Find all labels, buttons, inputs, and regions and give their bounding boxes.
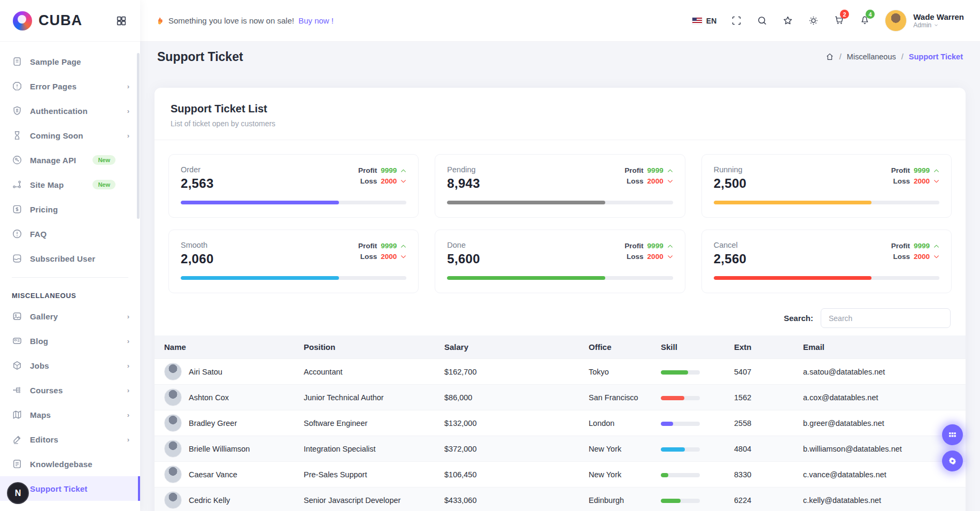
sidebar-item[interactable]: Sample Page: [0, 49, 140, 74]
star-icon[interactable]: [782, 15, 793, 26]
skill-progress-track: [661, 447, 700, 452]
sidebar-item[interactable]: Manage API New: [0, 148, 140, 172]
stat-progress-fill: [181, 201, 339, 204]
chevron-right-icon: ›: [127, 386, 129, 394]
arrow-up-icon: [933, 169, 939, 173]
ic-hourglass-icon: [12, 130, 22, 141]
sidebar-nav: Sample Page Error Pages › Authentication…: [0, 42, 140, 501]
sidebar-item[interactable]: Site Map New: [0, 172, 140, 197]
maximize-icon[interactable]: [731, 15, 742, 26]
cell-salary: $132,000: [435, 419, 579, 428]
buy-now-link[interactable]: Buy now !: [298, 16, 334, 25]
profit-label: Profit: [891, 165, 910, 176]
sidebar-item[interactable]: Coming Soon ›: [0, 123, 140, 148]
sidebar-scrollbar[interactable]: [137, 53, 140, 219]
avatar: [164, 363, 182, 380]
sidebar-item[interactable]: Blog ›: [0, 329, 140, 353]
chevron-right-icon: ›: [127, 82, 129, 90]
arrow-down-icon: [667, 255, 673, 259]
card-header: Support Ticket List List of ticket open …: [155, 88, 966, 140]
chevron-right-icon: ›: [127, 312, 129, 321]
cart-button[interactable]: 2: [834, 14, 845, 27]
floating-n-badge[interactable]: N: [7, 482, 29, 504]
logo-swirl-icon[interactable]: [13, 11, 32, 30]
cell-extn: 1562: [724, 393, 793, 402]
column-header[interactable]: Office: [579, 342, 651, 352]
search-icon[interactable]: [757, 15, 768, 26]
sidebar-item[interactable]: Editors ›: [0, 427, 140, 452]
skill-progress-fill: [661, 422, 673, 426]
stat-value: 2,060: [181, 251, 214, 266]
stat-card: Running 2,500 Profit 9999 Loss 2000: [701, 154, 952, 218]
cell-position: Software Engineer: [294, 419, 435, 428]
arrow-up-icon: [667, 169, 673, 173]
language-selector[interactable]: EN: [692, 17, 716, 25]
column-header[interactable]: Skill: [651, 342, 724, 352]
notification-badge: 4: [866, 10, 875, 19]
stat-label: Pending: [447, 165, 480, 174]
ic-file-icon: [12, 56, 22, 67]
loss-value: 2000: [381, 251, 397, 262]
sidebar-item-label: Maps: [30, 410, 120, 420]
grid-toggle-icon[interactable]: [115, 15, 127, 27]
column-header[interactable]: Position: [294, 342, 435, 352]
support-ticket-card: Support Ticket List List of ticket open …: [155, 88, 966, 511]
column-header[interactable]: Extn: [724, 342, 793, 352]
arrow-up-icon: [667, 244, 673, 248]
search-input[interactable]: [821, 308, 951, 328]
user-avatar: [885, 10, 907, 32]
sidebar-item[interactable]: Pricing: [0, 197, 140, 222]
arrow-up-icon: [400, 169, 406, 173]
profit-label: Profit: [358, 165, 377, 176]
stat-progress-fill: [447, 201, 605, 204]
sidebar-item[interactable]: Authentication ›: [0, 98, 140, 123]
sidebar-item[interactable]: Courses ›: [0, 378, 140, 402]
ic-subscriber-icon: [12, 253, 22, 264]
sidebar-item[interactable]: FAQ: [0, 222, 140, 246]
cell-salary: $433,060: [435, 496, 579, 505]
stat-card: Order 2,563 Profit 9999 Loss 2000: [168, 154, 419, 218]
sidebar-item[interactable]: Gallery ›: [0, 304, 140, 329]
stat-card: Done 5,600 Profit 9999 Loss 2000: [435, 230, 685, 293]
breadcrumb-parent[interactable]: Miscellaneous: [847, 52, 896, 61]
ic-knowledge-icon: [12, 459, 22, 469]
breadcrumb-current: Support Ticket: [909, 52, 963, 61]
cell-name: Airi Satou: [189, 368, 222, 376]
stat-label: Order: [181, 165, 214, 174]
user-menu[interactable]: Wade Warren Admin: [885, 10, 964, 32]
column-header[interactable]: Email: [793, 342, 966, 352]
settings-fab[interactable]: [942, 451, 963, 471]
sun-icon[interactable]: [808, 15, 819, 26]
skill-progress-fill: [661, 473, 668, 477]
sidebar-item-label: Pricing: [30, 205, 129, 214]
skill-progress-fill: [661, 396, 684, 400]
sidebar-item[interactable]: Subscribed User: [0, 246, 140, 271]
avatar: [164, 491, 182, 509]
us-flag-icon: [692, 18, 702, 24]
cell-name: Bradley Greer: [189, 419, 237, 428]
sidebar-item-label: Subscribed User: [30, 254, 129, 263]
column-header[interactable]: Name: [155, 342, 294, 352]
sidebar-section-label: MISCELLANEOUS: [0, 284, 140, 304]
sidebar-item[interactable]: Knowledgebase: [0, 452, 140, 476]
sidebar-item[interactable]: Jobs ›: [0, 353, 140, 378]
sidebar-item[interactable]: Error Pages ›: [0, 74, 140, 98]
cell-email: a.cox@datatables.net: [793, 393, 966, 402]
sidebar-item[interactable]: Maps ›: [0, 402, 140, 427]
stat-label: Cancel: [714, 241, 747, 249]
cell-position: Senior Javascript Developer: [294, 496, 435, 505]
column-header[interactable]: Salary: [435, 342, 579, 352]
ic-sitemap-icon: [12, 179, 22, 190]
profit-value: 9999: [381, 165, 397, 176]
logo-row: CUBA: [0, 0, 140, 42]
gear-fab-icon: [948, 456, 957, 466]
profit-value: 9999: [381, 241, 397, 251]
cell-office: San Francisco: [579, 393, 651, 402]
user-name: Wade Warren: [913, 12, 964, 21]
stat-value: 5,600: [447, 251, 480, 266]
quick-grid-fab[interactable]: [942, 424, 963, 445]
brand-name[interactable]: CUBA: [38, 12, 109, 29]
notifications-button[interactable]: 4: [859, 14, 870, 27]
chevron-right-icon: ›: [127, 362, 129, 370]
home-icon[interactable]: [825, 52, 834, 61]
